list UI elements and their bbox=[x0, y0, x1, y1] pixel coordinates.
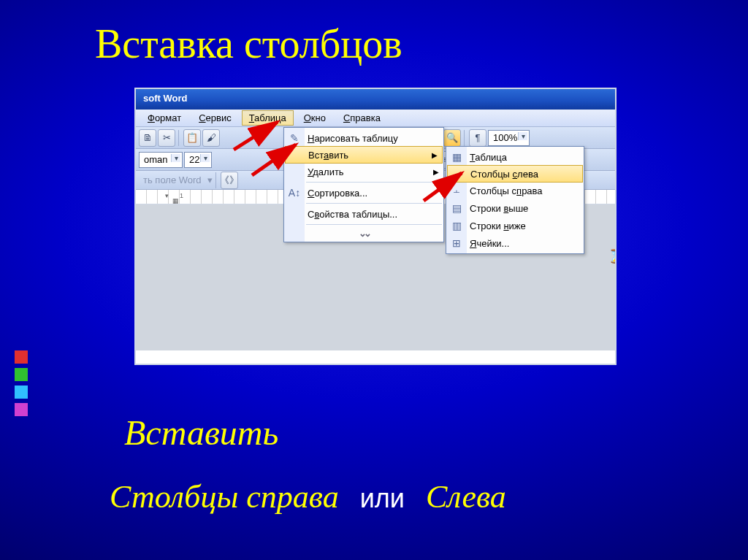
menu-item-label: Сортировка... bbox=[308, 188, 367, 199]
caption-or: или bbox=[360, 483, 405, 513]
menu-icon: ⊞ bbox=[449, 236, 464, 250]
menu-icon bbox=[287, 207, 302, 221]
menu-item-label: Удалить bbox=[308, 166, 344, 177]
menu-table[interactable]: Таблица bbox=[242, 110, 294, 126]
menu-icon: ▤ bbox=[449, 201, 464, 215]
menu-icon: А↕ bbox=[287, 185, 302, 200]
menu-format[interactable]: Формат bbox=[140, 110, 188, 126]
toolbar-btn[interactable]: ✂ bbox=[158, 129, 175, 147]
menu-icon: ▥ bbox=[449, 218, 464, 233]
menu-service[interactable]: Сервис bbox=[191, 110, 239, 126]
zoom-combo[interactable]: 100% bbox=[488, 130, 530, 146]
insert-submenu-item[interactable]: ▤Строки выше bbox=[446, 199, 584, 217]
insert-submenu-item[interactable]: ⫟Столбцы слева bbox=[447, 165, 583, 183]
menu-expand-icon[interactable] bbox=[284, 226, 443, 240]
menu-icon: ⫟ bbox=[451, 166, 465, 181]
slide-title: Вставка столбцов bbox=[95, 20, 402, 67]
menu-item-label: Свойства таблицы... bbox=[308, 209, 397, 220]
menu-item-label: Строки выше bbox=[470, 203, 528, 214]
table-menu-item[interactable]: Удалить▶ bbox=[284, 163, 443, 180]
menu-item-label: Столбцы слева bbox=[470, 169, 538, 180]
menu-icon: ▦ bbox=[449, 150, 464, 164]
menubar: Формат Сервис Таблица Окно Справка bbox=[136, 110, 615, 127]
insert-submenu-item[interactable]: ⫠Столбцы справа bbox=[446, 182, 584, 199]
table-menu: ✎Нарисовать таблицуВставить▶Удалить▶А↕Со… bbox=[283, 127, 444, 242]
table-menu-item[interactable]: ✎Нарисовать таблицу bbox=[284, 129, 443, 147]
menu-item-label: Таблица bbox=[470, 152, 507, 163]
table-menu-item[interactable]: Свойства таблицы... bbox=[284, 205, 443, 223]
table-menu-item[interactable]: Вставить▶ bbox=[285, 146, 443, 164]
menu-help[interactable]: Справка bbox=[336, 110, 388, 126]
menu-icon: ⫠ bbox=[449, 183, 464, 198]
aux-field-label: ть поле Word bbox=[139, 174, 206, 185]
insert-submenu: ▦Таблица⫟Столбцы слева⫠Столбцы справа▤Ст… bbox=[446, 146, 584, 254]
font-name-combo[interactable]: oman bbox=[139, 152, 183, 168]
insert-submenu-item[interactable]: ⊞Ячейки... bbox=[446, 234, 584, 252]
menu-icon bbox=[289, 147, 303, 162]
word-window: soft Word Формат Сервис Таблица Окно Спр… bbox=[134, 88, 617, 365]
menu-item-label: Ячейки... bbox=[470, 238, 509, 249]
insert-submenu-item[interactable]: ▦Таблица bbox=[446, 148, 584, 166]
menu-item-label: Строки ниже bbox=[470, 220, 526, 231]
insert-submenu-item[interactable]: ▥Строки ниже bbox=[446, 217, 584, 234]
caption-columns-right: Столбцы справа bbox=[110, 479, 339, 515]
toolbar-btn[interactable]: 🗎 bbox=[139, 129, 156, 147]
menu-item-label: Столбцы справа bbox=[470, 185, 543, 196]
toolbar-btn[interactable]: 🖌 bbox=[202, 129, 220, 147]
table-menu-item[interactable]: А↕Сортировка... bbox=[284, 184, 443, 202]
menu-icon: ✎ bbox=[287, 131, 302, 145]
paragraph-icon[interactable]: ¶ bbox=[469, 129, 486, 147]
toolbar-btn[interactable]: 📋 bbox=[183, 129, 201, 147]
font-size-combo[interactable]: 22 bbox=[184, 152, 212, 168]
submenu-arrow-icon: ▶ bbox=[432, 151, 438, 159]
menu-item-label: Нарисовать таблицу bbox=[308, 133, 398, 144]
menu-window[interactable]: Окно bbox=[297, 110, 333, 126]
caption-columns: Столбцы справа или Слева bbox=[110, 478, 506, 515]
hourglass-cursor: ⌛ bbox=[608, 248, 617, 264]
caption-columns-left: Слева bbox=[426, 479, 506, 515]
titlebar: soft Word bbox=[136, 89, 615, 110]
slide-bullets bbox=[15, 350, 28, 416]
submenu-arrow-icon: ▶ bbox=[433, 168, 439, 176]
toolbar-btn[interactable]: 🔍 bbox=[443, 129, 461, 147]
menu-icon bbox=[287, 164, 302, 179]
toolbar-btn[interactable]: 《》 bbox=[221, 172, 238, 189]
menu-item-label: Вставить bbox=[308, 150, 348, 161]
caption-insert: Вставить bbox=[124, 413, 278, 453]
